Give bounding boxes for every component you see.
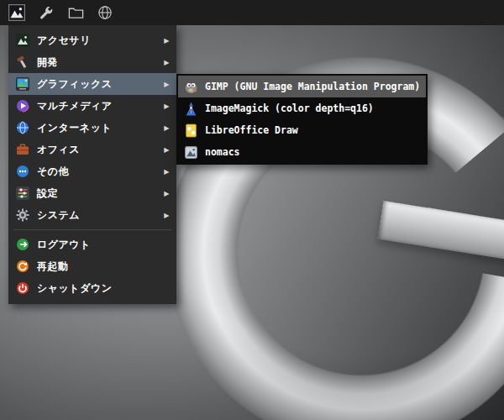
application-menu: アクセサリ ▶ 開発 ▶ グラフィックス ▶ マルチメディア ▶ インターネット…: [8, 25, 176, 304]
settings-sliders-icon: [15, 186, 29, 201]
briefcase-icon: [15, 143, 29, 157]
chevron-right-icon: ▶: [164, 190, 170, 197]
menu-item-label: ログアウト: [37, 238, 91, 252]
app-menu-button[interactable]: [7, 3, 27, 23]
menu-item-other[interactable]: その他 ▶: [8, 160, 176, 182]
menu-item-label: グラフィックス: [37, 77, 112, 92]
chevron-right-icon: ▶: [164, 81, 170, 88]
chevron-right-icon: ▶: [164, 146, 170, 154]
menu-item-label: 設定: [37, 186, 58, 201]
menu-item-multimedia[interactable]: マルチメディア ▶: [8, 95, 176, 117]
menu-item-graphics[interactable]: グラフィックス ▶: [8, 73, 176, 95]
menu-item-internet[interactable]: インターネット ▶: [8, 117, 176, 139]
menu-item-label: オフィス: [37, 143, 80, 157]
taskbar: [0, 0, 504, 25]
other-dots-icon: [15, 165, 29, 179]
imagemagick-wizard-icon: [183, 101, 198, 116]
menu-item-logout[interactable]: ログアウト: [8, 234, 176, 255]
chevron-right-icon: ▶: [164, 59, 170, 66]
submenu-item-label: GIMP (GNU Image Manipulation Program): [205, 81, 420, 92]
menu-item-accessories[interactable]: アクセサリ ▶: [8, 29, 176, 51]
shutdown-icon: [15, 281, 29, 296]
hammer-icon: [15, 55, 29, 70]
menu-item-label: アクセサリ: [37, 34, 91, 48]
menu-item-system[interactable]: システム ▶: [8, 204, 176, 226]
web-browser-button[interactable]: [95, 3, 115, 23]
submenu-item-nomacs[interactable]: nomacs: [178, 141, 426, 163]
menu-item-settings[interactable]: 設定 ▶: [8, 182, 176, 204]
picture-icon: [15, 34, 29, 48]
wrench-icon: [39, 5, 54, 20]
multimedia-icon: [15, 99, 29, 113]
nomacs-icon: [183, 144, 198, 160]
submenu-item-label: ImageMagick (color depth=q16): [205, 102, 374, 114]
menu-item-label: 再起動: [37, 260, 69, 274]
picture-logo-icon: [8, 4, 25, 21]
globe-icon: [97, 5, 113, 20]
menu-separator: [13, 229, 171, 230]
menu-item-shutdown[interactable]: シャットダウン: [8, 277, 176, 299]
menu-item-label: インターネット: [37, 121, 112, 135]
logout-icon: [15, 238, 29, 252]
submenu-item-imagemagick[interactable]: ImageMagick (color depth=q16): [178, 97, 426, 119]
tools-button[interactable]: [36, 3, 56, 23]
graphics-submenu: GIMP (GNU Image Manipulation Program) Im…: [176, 74, 428, 165]
file-manager-button[interactable]: [66, 3, 86, 23]
menu-item-label: 開発: [37, 55, 58, 70]
submenu-item-label: LibreOffice Draw: [205, 124, 298, 136]
menu-item-restart[interactable]: 再起動: [8, 255, 176, 277]
menu-item-label: システム: [37, 208, 80, 223]
menu-item-label: マルチメディア: [37, 99, 112, 113]
chevron-right-icon: ▶: [164, 124, 170, 132]
chevron-right-icon: ▶: [164, 212, 170, 219]
menu-item-development[interactable]: 開発 ▶: [8, 51, 176, 73]
menu-item-label: シャットダウン: [37, 281, 112, 296]
gimp-wilber-icon: [183, 79, 198, 94]
submenu-item-gimp[interactable]: GIMP (GNU Image Manipulation Program): [178, 76, 426, 97]
folder-icon: [68, 6, 84, 19]
chevron-right-icon: ▶: [164, 37, 170, 45]
restart-icon: [15, 260, 29, 274]
libreoffice-draw-icon: [183, 123, 198, 138]
menu-item-office[interactable]: オフィス ▶: [8, 139, 176, 160]
menu-item-label: その他: [37, 165, 69, 179]
internet-globe-icon: [15, 121, 29, 135]
chevron-right-icon: ▶: [164, 102, 170, 110]
submenu-item-label: nomacs: [205, 146, 240, 158]
system-gear-icon: [15, 208, 29, 223]
chevron-right-icon: ▶: [164, 168, 170, 176]
submenu-item-libreoffice-draw[interactable]: LibreOffice Draw: [178, 119, 426, 141]
graphics-icon: [15, 77, 29, 92]
